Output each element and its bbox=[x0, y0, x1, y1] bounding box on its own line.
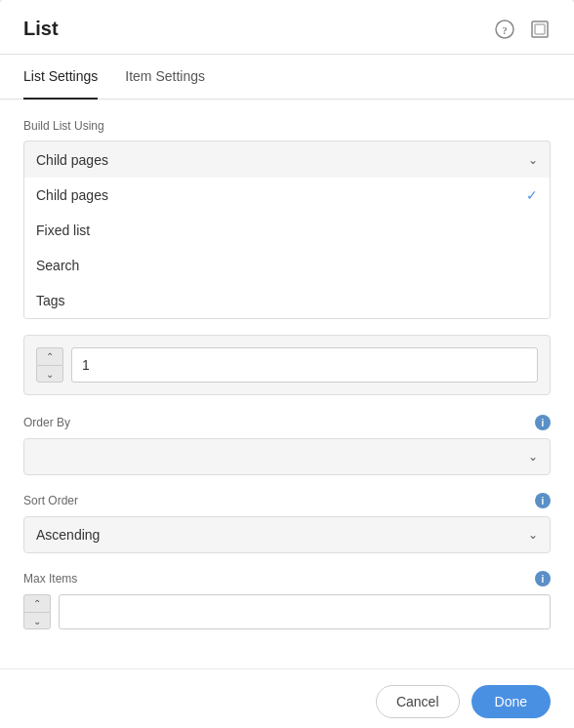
dropdown-item-label: Tags bbox=[36, 293, 65, 308]
sort-order-label-row: Sort Order i bbox=[23, 493, 551, 508]
sort-order-label: Sort Order bbox=[23, 494, 78, 507]
stepper-up-button[interactable]: ⌃ bbox=[36, 347, 63, 365]
modal-title: List bbox=[23, 18, 59, 40]
check-icon: ✓ bbox=[526, 187, 538, 203]
dropdown-item-tags[interactable]: Tags bbox=[24, 283, 550, 318]
order-by-chevron-icon: ⌄ bbox=[528, 450, 538, 464]
stepper-down-button[interactable]: ⌄ bbox=[36, 365, 63, 383]
tabs-container: List Settings Item Settings bbox=[0, 55, 574, 100]
modal-body: Build List Using Child pages ⌄ Child pag… bbox=[0, 100, 574, 668]
order-by-label-row: Order By i bbox=[23, 415, 551, 430]
order-by-label: Order By bbox=[23, 416, 70, 429]
stepper: ⌃ ⌄ bbox=[36, 347, 63, 383]
build-list-select-btn[interactable]: Child pages ⌄ bbox=[23, 141, 551, 178]
dropdown-item-label: Search bbox=[36, 258, 79, 273]
max-items-section: Max Items i ⌃ ⌄ bbox=[23, 571, 551, 629]
cancel-button[interactable]: Cancel bbox=[376, 685, 460, 718]
sort-order-info-icon[interactable]: i bbox=[535, 493, 551, 508]
dropdown-item-label: Child pages bbox=[36, 187, 108, 203]
max-items-stepper-up[interactable]: ⌃ bbox=[23, 594, 51, 612]
number-input[interactable] bbox=[71, 347, 538, 383]
dropdown-item-child-pages[interactable]: Child pages ✓ bbox=[24, 178, 550, 213]
max-items-stepper: ⌃ ⌄ bbox=[23, 594, 51, 629]
order-by-select[interactable]: ⌄ bbox=[23, 438, 551, 475]
header-icons: ? bbox=[494, 19, 551, 40]
build-list-label: Build List Using bbox=[23, 119, 551, 133]
max-items-label-row: Max Items i bbox=[23, 571, 551, 586]
help-icon[interactable]: ? bbox=[494, 19, 515, 40]
modal-container: List ? List Settings Item Settings Build… bbox=[0, 0, 574, 728]
chevron-down-icon: ⌄ bbox=[528, 153, 538, 167]
number-input-section: ⌃ ⌄ bbox=[23, 335, 551, 395]
modal-footer: Cancel Done bbox=[0, 668, 574, 728]
build-list-select-container: Child pages ⌄ Child pages ✓ Fixed list S… bbox=[23, 141, 551, 335]
sort-order-value: Ascending bbox=[36, 527, 100, 543]
svg-rect-3 bbox=[535, 24, 545, 34]
build-list-selected-value: Child pages bbox=[36, 152, 108, 168]
tab-list-settings[interactable]: List Settings bbox=[23, 55, 98, 100]
expand-icon[interactable] bbox=[529, 19, 551, 40]
modal-header: List ? bbox=[0, 0, 574, 55]
order-by-group: Order By i ⌄ bbox=[23, 415, 551, 475]
sort-order-select[interactable]: Ascending ⌄ bbox=[23, 516, 551, 553]
dropdown-item-fixed-list[interactable]: Fixed list bbox=[24, 213, 550, 248]
sort-order-group: Sort Order i Ascending ⌄ bbox=[23, 493, 551, 553]
sort-order-chevron-icon: ⌄ bbox=[528, 528, 538, 542]
max-items-input-row: ⌃ ⌄ bbox=[23, 594, 551, 629]
max-items-input[interactable] bbox=[59, 594, 551, 629]
svg-text:?: ? bbox=[502, 23, 508, 35]
dropdown-item-search[interactable]: Search bbox=[24, 248, 550, 283]
build-list-dropdown: Child pages ✓ Fixed list Search Tags bbox=[23, 178, 551, 319]
svg-rect-2 bbox=[532, 21, 548, 37]
max-items-label: Max Items bbox=[23, 572, 77, 586]
tab-item-settings[interactable]: Item Settings bbox=[125, 55, 205, 100]
max-items-info-icon[interactable]: i bbox=[535, 571, 551, 586]
max-items-stepper-down[interactable]: ⌄ bbox=[23, 612, 51, 629]
done-button[interactable]: Done bbox=[472, 685, 551, 718]
dropdown-item-label: Fixed list bbox=[36, 222, 90, 238]
order-by-info-icon[interactable]: i bbox=[535, 415, 551, 430]
